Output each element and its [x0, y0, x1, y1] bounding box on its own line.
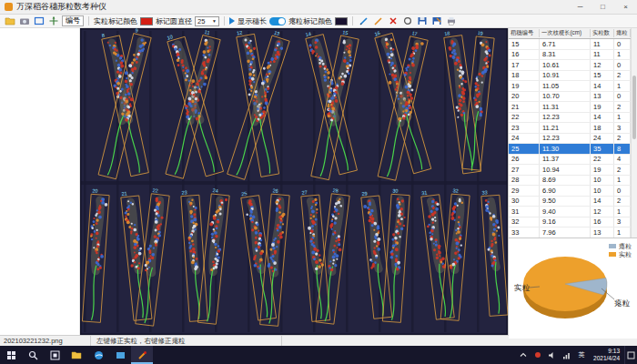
table-row[interactable]: 2611.37224 — [509, 155, 631, 166]
svg-text:18: 18 — [444, 30, 450, 36]
table-row[interactable]: 2412.23242 — [509, 134, 631, 145]
browser-icon[interactable] — [87, 346, 109, 364]
table-cell: 11.05 — [540, 81, 591, 91]
table-cell: 12 — [591, 207, 614, 217]
table-cell: 14 — [591, 81, 614, 91]
table-cell: 2 — [614, 102, 631, 112]
status-dot-icon[interactable] — [531, 346, 545, 364]
app-icon — [5, 3, 13, 11]
search-icon[interactable] — [22, 346, 44, 364]
table-header-row: 稻穗编号一次枝梗长(cm)实粒数瘪粒 — [509, 28, 631, 39]
save-icon[interactable] — [416, 15, 428, 26]
show-length-toggle[interactable] — [269, 17, 286, 25]
svg-text:实粒: 实粒 — [514, 283, 531, 292]
mark-diameter-dropdown[interactable]: 25 ▼ — [195, 16, 219, 26]
clock[interactable]: 9:13 2021/4/24 — [589, 348, 624, 362]
table-cell: 2 — [614, 71, 631, 81]
table-row[interactable]: 296.90100 — [509, 186, 631, 197]
table-row[interactable]: 309.50142 — [509, 197, 631, 207]
svg-text:27: 27 — [301, 189, 308, 196]
table-row[interactable]: 337.96131 — [509, 228, 631, 238]
real-grain-color-swatch[interactable] — [140, 17, 153, 25]
table-row[interactable]: 168.31111 — [509, 50, 631, 61]
table-row[interactable]: 156.71110 — [509, 39, 631, 50]
minimize-button[interactable]: ─ — [569, 0, 592, 15]
table-row[interactable]: 288.69101 — [509, 176, 631, 187]
file-explorer-icon[interactable] — [66, 346, 87, 364]
table-row[interactable]: 1710.61120 — [509, 60, 631, 71]
start-icon[interactable] — [0, 346, 22, 364]
table-row[interactable]: 2710.94192 — [509, 165, 631, 176]
table-cell: 25 — [509, 144, 540, 154]
table-cell: 35 — [591, 144, 614, 154]
table-row[interactable]: 329.16163 — [509, 217, 631, 228]
column-header: 瘪粒 — [614, 29, 631, 37]
table-cell: 10.70 — [540, 92, 591, 102]
table-cell: 4 — [614, 155, 631, 165]
specimen-photo[interactable]: 8910111213141516171819202122232425262728… — [80, 28, 508, 335]
print-icon[interactable] — [445, 15, 457, 26]
clock-date: 2021/4/24 — [593, 355, 620, 362]
table-cell: 1 — [614, 50, 631, 60]
table-cell: 2 — [614, 165, 631, 175]
toolbar: 编号 实粒标记颜色 标记圆直径 25 ▼ 显示穗长 瘪粒标记颜色 — [0, 15, 637, 28]
column-header: 稻穗编号 — [509, 29, 540, 37]
table-row[interactable]: 2311.21183 — [509, 123, 631, 134]
fit-view-icon[interactable] — [33, 15, 45, 26]
table-cell: 33 — [509, 228, 540, 238]
save-as-icon[interactable] — [430, 15, 442, 26]
table-cell: 18 — [591, 123, 614, 133]
edit-pencil-icon[interactable] — [372, 15, 384, 26]
network-icon[interactable] — [560, 346, 574, 364]
mark-diameter-value: 25 — [197, 17, 205, 25]
table-cell: 31 — [509, 207, 540, 217]
toolbar-separator — [88, 16, 89, 25]
table-cell: 19 — [591, 165, 614, 175]
table-cell: 10.91 — [540, 71, 591, 81]
svg-text:12: 12 — [237, 30, 243, 36]
table-row[interactable]: 2212.23141 — [509, 113, 631, 124]
table-scrollbar[interactable] — [631, 28, 637, 238]
grain-table-body: 156.71110168.311111710.611201810.9115219… — [509, 39, 631, 238]
folder-icon[interactable] — [109, 346, 131, 364]
notifications-icon[interactable] — [624, 346, 637, 364]
table-row[interactable]: 2511.30358 — [509, 144, 631, 155]
camera-icon[interactable] — [18, 15, 30, 26]
taskbar: 英 9:13 2021/4/24 — [0, 346, 637, 364]
table-row[interactable]: 2010.70130 — [509, 92, 631, 103]
table-row[interactable]: 2111.31192 — [509, 102, 631, 113]
play-icon[interactable] — [229, 17, 235, 25]
table-row[interactable]: 1911.05141 — [509, 81, 631, 92]
table-row[interactable]: 1810.91152 — [509, 71, 631, 82]
grain-table: 稻穗编号一次枝梗长(cm)实粒数瘪粒 156.71110168.31111171… — [509, 28, 637, 238]
open-file-icon[interactable] — [4, 15, 15, 26]
table-cell: 15 — [509, 39, 540, 49]
volume-icon[interactable] — [545, 346, 560, 364]
table-cell: 1 — [614, 228, 631, 238]
analysis-app-icon[interactable] — [131, 346, 153, 364]
table-cell: 15 — [591, 71, 614, 81]
legend-swatch-real — [609, 252, 616, 257]
legend-swatch-empty — [609, 244, 616, 248]
input-language-indicator[interactable]: 英 — [574, 346, 589, 364]
table-cell: 30 — [509, 197, 540, 207]
table-cell: 11.37 — [540, 155, 591, 165]
empty-grain-color-swatch[interactable] — [335, 17, 348, 25]
table-cell: 8 — [614, 144, 631, 154]
draw-pen-icon[interactable] — [358, 15, 369, 26]
table-row[interactable]: 319.40121 — [509, 207, 631, 217]
maximize-button[interactable]: □ — [592, 0, 614, 15]
close-button[interactable]: × — [614, 0, 637, 15]
tray-expand-icon[interactable] — [516, 346, 531, 364]
number-button[interactable]: 编号 — [62, 15, 84, 26]
table-cell: 7.96 — [540, 228, 591, 238]
table-cell: 22 — [591, 155, 614, 165]
system-tray: 英 9:13 2021/4/24 — [516, 346, 637, 364]
pan-icon[interactable] — [47, 15, 59, 26]
scrollbar-thumb[interactable] — [632, 76, 636, 139]
task-view-icon[interactable] — [44, 346, 66, 364]
delete-x-icon[interactable] — [387, 15, 399, 26]
status-filename: 202103221232.png — [0, 336, 91, 346]
svg-text:20: 20 — [92, 187, 98, 193]
circle-mark-icon[interactable] — [401, 15, 413, 26]
